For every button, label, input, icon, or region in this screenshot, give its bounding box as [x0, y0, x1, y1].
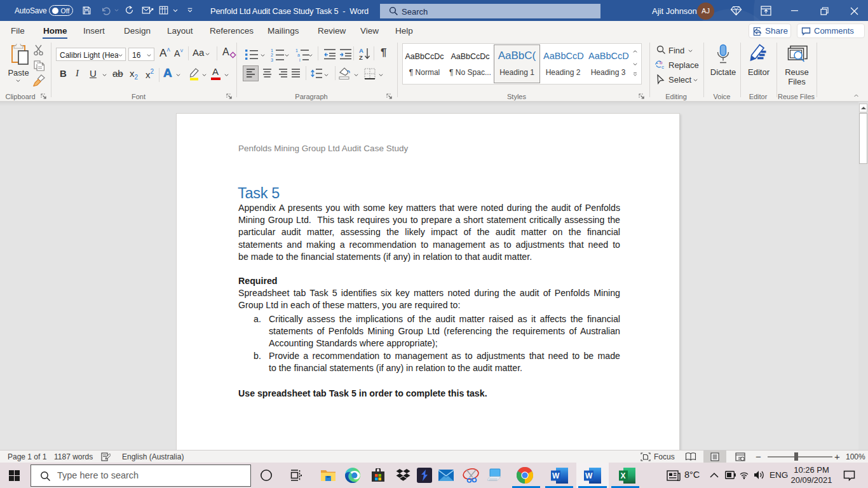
svg-text:W: W: [585, 471, 593, 480]
svg-text:c: c: [661, 64, 664, 69]
svg-text:1: 1: [271, 48, 273, 53]
svg-text:A: A: [359, 47, 363, 54]
svg-text:X: X: [621, 471, 626, 480]
svg-text:a: a: [297, 53, 300, 57]
svg-text:i: i: [299, 58, 301, 62]
svg-text:Z: Z: [359, 54, 363, 61]
svg-text:W: W: [552, 471, 560, 480]
svg-text:3: 3: [271, 58, 273, 62]
svg-text:1: 1: [295, 48, 298, 53]
svg-text:2: 2: [271, 53, 273, 57]
